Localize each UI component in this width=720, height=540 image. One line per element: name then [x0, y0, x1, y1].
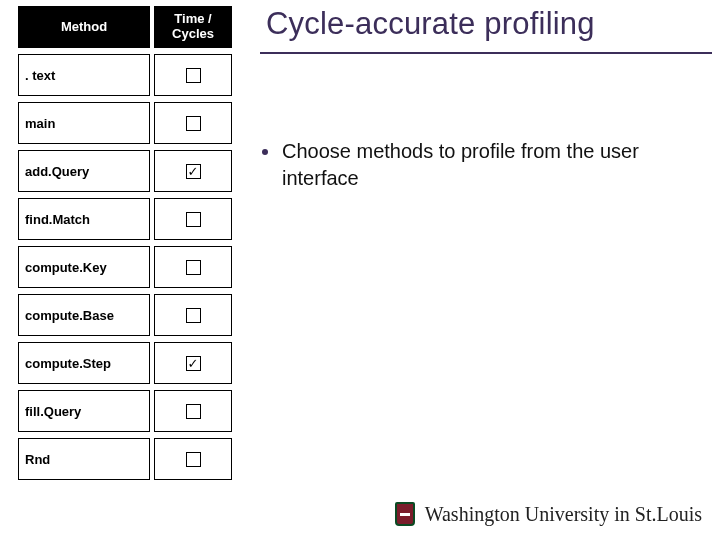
university-shield-icon — [395, 502, 415, 526]
table-row: main — [18, 102, 238, 144]
method-name: compute.Base — [18, 294, 150, 336]
table-row: compute.Base — [18, 294, 238, 336]
slide: Cycle-accurate profiling Method Time / C… — [0, 0, 720, 540]
table-row: Rnd — [18, 438, 238, 480]
cycles-cell — [154, 294, 232, 336]
page-title: Cycle-accurate profiling — [266, 6, 595, 42]
bullet-dot-icon — [262, 149, 268, 155]
checkbox-icon[interactable] — [186, 68, 201, 83]
checkbox-icon[interactable] — [186, 452, 201, 467]
cycles-cell — [154, 54, 232, 96]
method-name: find.Match — [18, 198, 150, 240]
method-name: compute.Key — [18, 246, 150, 288]
table-row: fill.Query — [18, 390, 238, 432]
table-header: Method Time / Cycles — [18, 6, 238, 48]
method-name: . text — [18, 54, 150, 96]
checkbox-icon[interactable] — [186, 212, 201, 227]
checkbox-icon[interactable] — [186, 404, 201, 419]
checkbox-icon[interactable] — [186, 260, 201, 275]
cycles-cell — [154, 246, 232, 288]
cycles-cell: ✓ — [154, 150, 232, 192]
method-name: compute.Step — [18, 342, 150, 384]
method-table: Method Time / Cycles . text main add.Que… — [18, 6, 238, 486]
method-name: main — [18, 102, 150, 144]
checkbox-icon[interactable]: ✓ — [186, 164, 201, 179]
cycles-cell — [154, 102, 232, 144]
header-method: Method — [18, 6, 150, 48]
method-name: Rnd — [18, 438, 150, 480]
table-row: compute.Step ✓ — [18, 342, 238, 384]
header-time-cycles: Time / Cycles — [154, 6, 232, 48]
method-name: add.Query — [18, 150, 150, 192]
checkbox-icon[interactable] — [186, 308, 201, 323]
footer-text: Washington University in St.Louis — [425, 503, 702, 526]
cycles-cell — [154, 438, 232, 480]
checkbox-icon[interactable] — [186, 116, 201, 131]
title-underline — [260, 52, 712, 54]
footer: Washington University in St.Louis — [395, 502, 702, 526]
table-row: add.Query ✓ — [18, 150, 238, 192]
method-name: fill.Query — [18, 390, 150, 432]
cycles-cell — [154, 390, 232, 432]
bullet-text: Choose methods to profile from the user … — [282, 138, 692, 192]
cycles-cell: ✓ — [154, 342, 232, 384]
table-row: find.Match — [18, 198, 238, 240]
bullet-item: Choose methods to profile from the user … — [262, 138, 692, 192]
checkbox-icon[interactable]: ✓ — [186, 356, 201, 371]
table-row: compute.Key — [18, 246, 238, 288]
cycles-cell — [154, 198, 232, 240]
table-row: . text — [18, 54, 238, 96]
